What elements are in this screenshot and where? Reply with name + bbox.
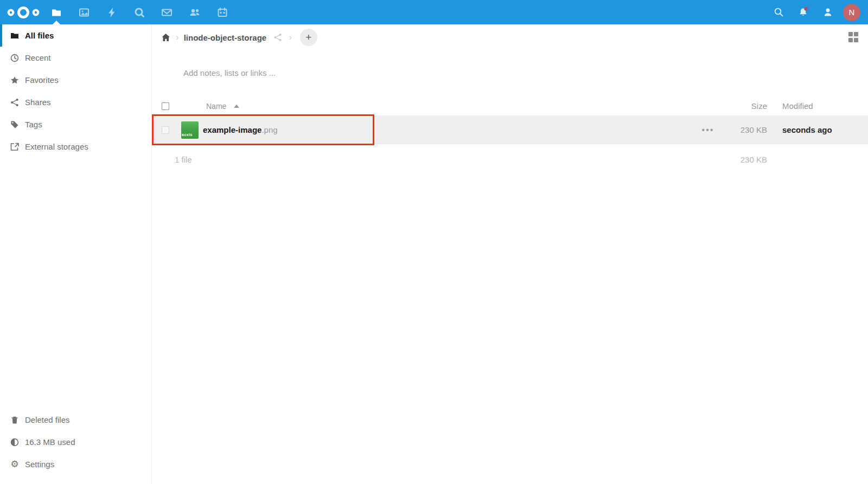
file-name[interactable]: example-image.png [203,125,695,134]
mail-envelope-icon [161,7,173,18]
photos-icon [79,7,90,18]
user-avatar[interactable]: N [843,4,860,21]
breadcrumb: › linode-object-storage › + [152,26,868,49]
column-header-modified[interactable]: Modified [782,101,868,111]
summary-file-count: 1 file [175,155,721,164]
search-app-icon [134,7,145,18]
quota-icon [10,438,19,447]
breadcrumb-home-button[interactable] [160,32,171,43]
file-actions-menu-button[interactable]: ••• [695,125,721,135]
activity-lightning-icon [107,7,117,18]
sidebar-item-tags[interactable]: Tags [0,113,151,135]
file-list: Name Size Modified acxls example-image.p… [152,96,868,175]
person-icon [823,7,833,17]
external-storage-icon [10,143,19,151]
sidebar-item-label: Favorites [25,75,59,85]
home-icon [161,33,170,42]
grid-square [854,32,858,36]
app-calendar-button[interactable] [208,0,236,24]
sidebar-item-shares[interactable]: Shares [0,91,151,113]
sidebar-item-label: All files [25,31,54,40]
app-mail-button[interactable] [153,0,181,24]
breadcrumb-chevron-icon: › [171,32,184,43]
notes-row [182,62,868,83]
notifications-button[interactable] [791,0,815,24]
summary-total-size: 230 KB [721,155,767,164]
top-header-bar: N [0,0,868,24]
file-list-header: Name Size Modified [152,96,868,116]
grid-view-toggle-button[interactable] [847,31,860,44]
nextcloud-logo[interactable] [7,5,42,20]
app-search-button[interactable] [125,0,153,24]
clock-icon [10,54,19,62]
avatar-letter: N [849,8,855,17]
app-files-button[interactable] [42,0,70,24]
sidebar-item-label: Shares [25,98,51,107]
folder-icon [10,31,19,40]
contacts-menu-button[interactable] [815,0,840,24]
file-row-checkbox[interactable] [162,126,169,134]
sidebar-item-label: External storages [25,142,88,151]
file-list-summary: 1 file 230 KB [152,144,868,175]
sidebar-item-label: Settings [25,460,54,469]
breadcrumb-share-button[interactable] [272,31,284,43]
file-row-example-image[interactable]: acxls example-image.png ••• 230 KB secon… [152,116,868,144]
sidebar-item-recent[interactable]: Recent [0,47,151,69]
sidebar-bottom-section: Deleted files 16.3 MB used ⚙ Settings [0,409,151,484]
file-size: 230 KB [721,125,767,134]
calendar-icon [217,7,228,18]
column-header-name[interactable]: Name [206,102,695,111]
breadcrumb-chevron-icon: › [284,32,297,43]
sidebar-item-deleted-files[interactable]: Deleted files [0,409,151,431]
breadcrumb-current-folder[interactable]: linode-object-storage [184,33,267,42]
select-all-checkbox[interactable] [162,102,169,110]
sidebar-item-label: Tags [25,120,42,129]
search-icon [774,7,784,17]
grid-square [848,38,853,42]
grid-square [848,32,853,36]
column-header-size[interactable]: Size [721,101,767,111]
star-icon [10,76,19,85]
app-launcher [42,0,236,24]
notes-input[interactable] [182,68,508,78]
share-icon [10,98,19,107]
header-right-cluster: N [767,0,868,24]
sidebar-item-favorites[interactable]: Favorites [0,69,151,91]
notification-badge-dot [804,7,808,11]
files-main-content: › linode-object-storage › + Name Size Mo… [152,0,868,175]
sidebar-item-quota[interactable]: 16.3 MB used [0,431,151,453]
sort-ascending-icon [234,105,239,108]
sidebar-item-settings[interactable]: ⚙ Settings [0,453,151,475]
files-folder-icon [51,7,62,18]
tag-icon [10,120,19,129]
app-photos-button[interactable] [70,0,98,24]
sidebar-item-label: 16.3 MB used [25,437,75,447]
app-contacts-button[interactable] [181,0,208,24]
sidebar-item-label: Recent [25,53,51,62]
sidebar-item-label: Deleted files [25,415,70,424]
sidebar-item-external-storages[interactable]: External storages [0,135,151,158]
new-file-button[interactable]: + [300,29,317,46]
sidebar-item-all-files[interactable]: All files [0,24,151,47]
app-activity-button[interactable] [98,0,125,24]
files-sidebar: All files Recent Favorites Shares Tags [0,24,152,484]
contacts-people-icon [189,7,201,18]
unified-search-button[interactable] [767,0,791,24]
grid-square [854,38,858,42]
thumbnail-label: acxls [182,133,193,137]
trash-icon [10,416,19,424]
file-thumbnail-image: acxls [181,121,199,139]
file-modified: seconds ago [782,125,868,134]
settings-gear-icon: ⚙ [10,460,19,469]
